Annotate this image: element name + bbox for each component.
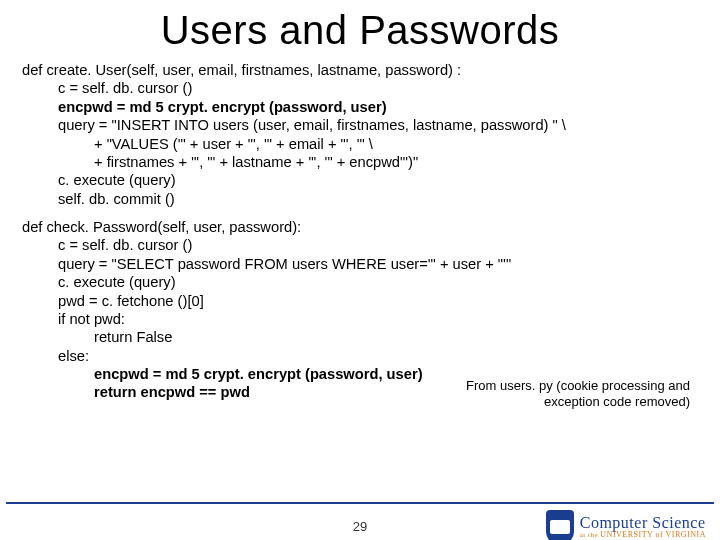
code-line: query = "INSERT INTO users (user, email,… [22,116,698,134]
shield-icon [546,510,574,540]
logo-sub-text: at the UNIVERSITY of VIRGINIA [580,531,706,539]
slide-title: Users and Passwords [0,8,720,53]
source-annotation: From users. py (cookie processing and ex… [460,378,690,411]
code-line: c. execute (query) [22,171,698,189]
code-line: pwd = c. fetchone ()[0] [22,292,698,310]
code-line: query = "SELECT password FROM users WHER… [22,255,698,273]
code-line: self. db. commit () [22,190,698,208]
footer-divider [6,502,714,504]
code-content: def create. User(self, user, email, firs… [0,61,720,402]
code-line: c = self. db. cursor () [22,236,698,254]
code-line: def create. User(self, user, email, firs… [22,61,698,79]
code-line: + firstnames + "', '" + lastname + "', '… [22,153,698,171]
code-line: return False [22,328,698,346]
code-line: else: [22,347,698,365]
code-line: + "VALUES ('" + user + "', '" + email + … [22,135,698,153]
code-line: encpwd = md 5 crypt. encrypt (password, … [22,98,698,116]
code-line: def check. Password(self, user, password… [22,218,698,236]
code-line: c. execute (query) [22,273,698,291]
footer: 29 Computer Science at the UNIVERSITY of… [0,502,720,540]
code-line: if not pwd: [22,310,698,328]
logo-main-text: Computer Science [580,515,706,531]
university-logo: Computer Science at the UNIVERSITY of VI… [546,510,706,540]
slide: Users and Passwords def create. User(sel… [0,8,720,540]
code-line: c = self. db. cursor () [22,79,698,97]
